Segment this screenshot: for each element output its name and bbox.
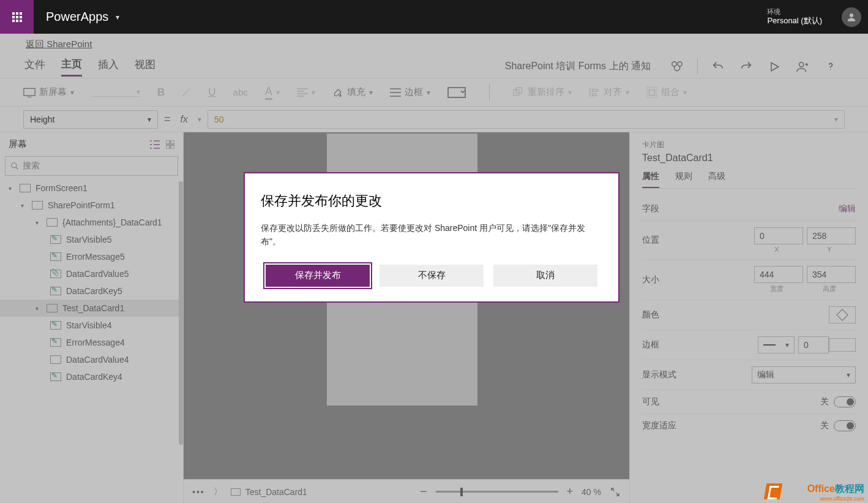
watermark-text: Office教程网 www.office26.com — [807, 483, 864, 502]
dont-save-button[interactable]: 不保存 — [380, 265, 484, 287]
environment-picker[interactable]: 环境 Personal (默认) — [755, 7, 834, 26]
app-title[interactable]: PowerApps ▾ — [34, 10, 132, 24]
person-icon — [842, 7, 861, 27]
app-name: PowerApps — [46, 10, 108, 24]
watermark-logo — [764, 483, 783, 499]
dialog-title: 保存并发布你的更改 — [261, 192, 602, 210]
cancel-button[interactable]: 取消 — [493, 265, 597, 287]
save-publish-dialog: 保存并发布你的更改 保存更改以防丢失所做的工作。若要使更改对 SharePoin… — [244, 172, 619, 303]
env-value: Personal (默认) — [767, 16, 822, 26]
app-launcher[interactable] — [0, 0, 34, 34]
svg-point-0 — [850, 13, 853, 17]
save-and-publish-button[interactable]: 保存并发布 — [266, 265, 370, 287]
dialog-body: 保存更改以防丢失所做的工作。若要使更改对 SharePoint 用户可见，请选择… — [261, 221, 602, 249]
account-button[interactable] — [834, 0, 868, 34]
waffle-icon — [12, 12, 22, 22]
chevron-down-icon: ▾ — [116, 13, 119, 21]
app-header: PowerApps ▾ 环境 Personal (默认) — [0, 0, 868, 34]
env-label: 环境 — [767, 7, 822, 16]
